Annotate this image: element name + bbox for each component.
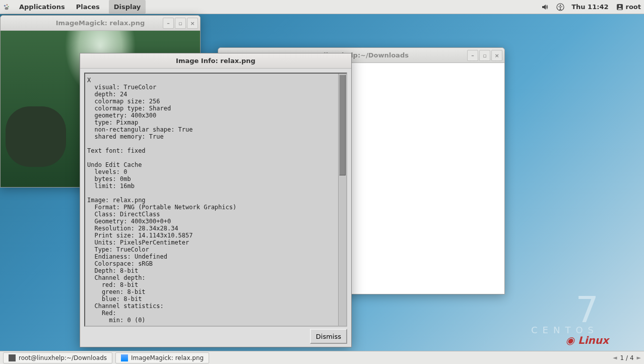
gnome-foot-icon: [3, 4, 10, 11]
image-info-body: X visual: TrueColor depth: 24 colormap s…: [84, 73, 347, 327]
fb-window-controls: – ▫ ×: [467, 50, 502, 61]
svg-point-2: [8, 6, 9, 7]
centos-label: CENTOS: [531, 327, 599, 334]
svg-point-5: [560, 5, 561, 6]
workspace-label: 1 / 4: [620, 354, 634, 361]
top-panel: Applications Places Display Thu 11:42 ro…: [0, 0, 644, 14]
taskbar-right: ◄ 1 / 4 ►: [613, 354, 641, 361]
image-info-text[interactable]: X visual: TrueColor depth: 24 colormap s…: [85, 74, 338, 326]
scrollbar[interactable]: [338, 74, 346, 326]
svg-point-0: [4, 5, 6, 7]
accessibility-icon[interactable]: [556, 3, 564, 11]
minimize-button[interactable]: –: [163, 18, 174, 29]
close-button[interactable]: ×: [491, 50, 502, 61]
svg-point-7: [619, 5, 621, 7]
maximize-button[interactable]: ▫: [479, 50, 490, 61]
im-window-controls: – ▫ ×: [163, 18, 198, 29]
imagemagick-icon: [121, 354, 128, 361]
imagemagick-title: ImageMagick: relax.png: [56, 19, 145, 27]
terminal-icon: [9, 354, 16, 361]
taskbar-entry-label: root@linuxhelp:~/Downloads: [19, 354, 107, 361]
active-app-menu[interactable]: Display: [109, 0, 146, 14]
places-menu[interactable]: Places: [74, 0, 102, 14]
dismiss-button[interactable]: Dismiss: [310, 329, 347, 344]
image-info-titlebar[interactable]: Image Info: relax.png: [80, 53, 351, 69]
chevron-left-icon[interactable]: ◄: [613, 354, 617, 361]
taskbar-entry[interactable]: root@linuxhelp:~/Downloads: [3, 352, 112, 363]
bottom-taskbar: root@linuxhelp:~/Downloads ImageMagick: …: [0, 351, 644, 364]
svg-point-1: [6, 4, 8, 6]
taskbar-entry-label: ImageMagick: relax.png: [131, 354, 204, 361]
close-button[interactable]: ×: [187, 18, 198, 29]
minimize-button[interactable]: –: [467, 50, 478, 61]
linuxhelp-logo: ◉ Linux: [566, 334, 609, 346]
linuxhelp-text: Linux: [578, 334, 609, 346]
dialog-button-row: Dismiss: [84, 329, 347, 344]
user-icon: [616, 3, 624, 11]
image-info-title: Image Info: relax.png: [176, 57, 255, 65]
user-label: root: [626, 3, 641, 11]
clock[interactable]: Thu 11:42: [571, 3, 608, 11]
volume-icon[interactable]: [541, 3, 549, 11]
scrollbar-thumb[interactable]: [339, 75, 346, 175]
maximize-button[interactable]: ▫: [175, 18, 186, 29]
panel-left: Applications Places Display: [3, 0, 146, 14]
imagemagick-titlebar[interactable]: ImageMagick: relax.png – ▫ ×: [1, 16, 200, 31]
taskbar-entry[interactable]: ImageMagick: relax.png: [115, 352, 209, 363]
user-menu[interactable]: root: [616, 3, 641, 11]
workspace-switcher[interactable]: ◄ 1 / 4 ►: [613, 354, 641, 361]
centos-brand: 7 CENTOS: [531, 295, 599, 334]
image-info-dialog: Image Info: relax.png X visual: TrueColo…: [80, 53, 352, 347]
applications-menu[interactable]: Applications: [17, 0, 67, 14]
chevron-right-icon[interactable]: ►: [637, 354, 641, 361]
svg-point-3: [5, 7, 9, 10]
panel-right: Thu 11:42 root: [541, 3, 641, 11]
